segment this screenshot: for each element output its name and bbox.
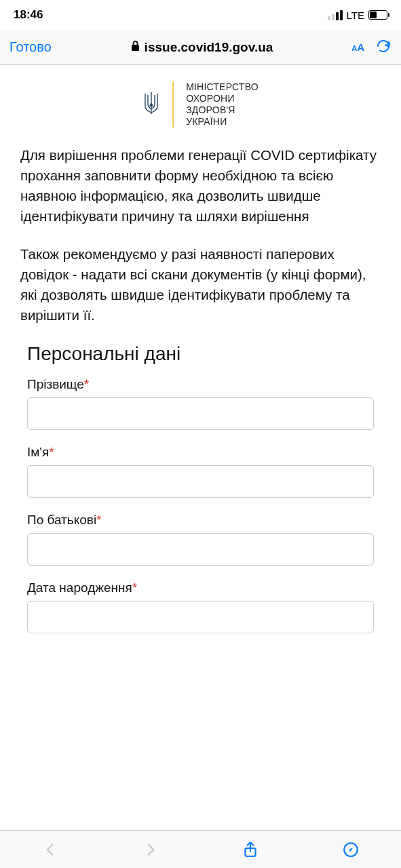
section-title: Персональні дані <box>27 343 381 365</box>
lock-icon <box>130 40 140 55</box>
patronymic-input[interactable] <box>27 533 374 566</box>
dob-input[interactable] <box>27 601 374 633</box>
done-button[interactable]: Готово <box>9 39 52 55</box>
forward-button[interactable] <box>142 841 159 859</box>
back-button[interactable] <box>41 841 59 859</box>
svg-rect-0 <box>132 45 139 51</box>
name-input[interactable] <box>27 465 374 498</box>
dob-label: Дата народження* <box>27 580 374 595</box>
ministry-logo: МІНІСТЕРСТВО ОХОРОНИ ЗДОРОВ'Я УКРАЇНИ <box>20 81 381 127</box>
logo-divider <box>172 81 174 127</box>
share-button[interactable] <box>242 841 259 859</box>
reload-button[interactable] <box>375 38 392 57</box>
url-text: issue.covid19.gov.ua <box>145 40 273 55</box>
browser-navbar: Готово issue.covid19.gov.ua AA <box>0 30 401 65</box>
surname-label: Прізвище* <box>27 377 374 392</box>
intro-paragraph-1: Для вирішення проблеми генерації COVID с… <box>20 145 381 226</box>
safari-button[interactable] <box>342 841 360 859</box>
patronymic-label: По батькові* <box>27 513 374 528</box>
status-bar: 18:46 LTE <box>0 0 401 30</box>
browser-toolbar <box>0 830 401 868</box>
network-label: LTE <box>347 9 364 21</box>
name-field-group: Ім'я* <box>20 445 381 498</box>
surname-input[interactable] <box>27 397 374 430</box>
intro-paragraph-2: Також рекомендуємо у разі наявності папе… <box>20 244 381 326</box>
surname-field-group: Прізвище* <box>20 377 381 430</box>
text-size-button[interactable]: AA <box>351 41 364 53</box>
signal-icon <box>328 10 343 20</box>
dob-field-group: Дата народження* <box>20 580 381 633</box>
trident-icon <box>142 91 160 118</box>
patronymic-field-group: По батькові* <box>20 513 381 566</box>
status-time: 18:46 <box>14 8 43 22</box>
ministry-name: МІНІСТЕРСТВО ОХОРОНИ ЗДОРОВ'Я УКРАЇНИ <box>186 81 259 127</box>
page-content: МІНІСТЕРСТВО ОХОРОНИ ЗДОРОВ'Я УКРАЇНИ Дл… <box>0 65 401 830</box>
url-display[interactable]: issue.covid19.gov.ua <box>130 40 273 55</box>
name-label: Ім'я* <box>27 445 374 460</box>
battery-icon <box>368 10 387 20</box>
